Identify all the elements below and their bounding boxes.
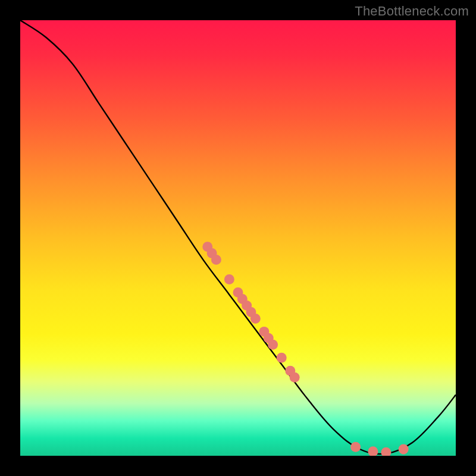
- data-point: [399, 444, 409, 455]
- bottleneck-curve: [20, 20, 456, 454]
- curve-layer: [20, 20, 456, 456]
- attribution-text: TheBottleneck.com: [355, 4, 469, 19]
- data-point: [250, 314, 261, 324]
- plot-area: [20, 20, 456, 456]
- data-point: [268, 340, 278, 350]
- data-point: [277, 353, 287, 363]
- data-point: [368, 446, 378, 456]
- data-point: [350, 442, 361, 452]
- data-point: [211, 255, 221, 265]
- data-points: [202, 242, 408, 456]
- data-point: [224, 274, 234, 284]
- data-point: [381, 447, 391, 456]
- chart-frame: TheBottleneck.com: [0, 0, 476, 476]
- data-point: [290, 372, 300, 383]
